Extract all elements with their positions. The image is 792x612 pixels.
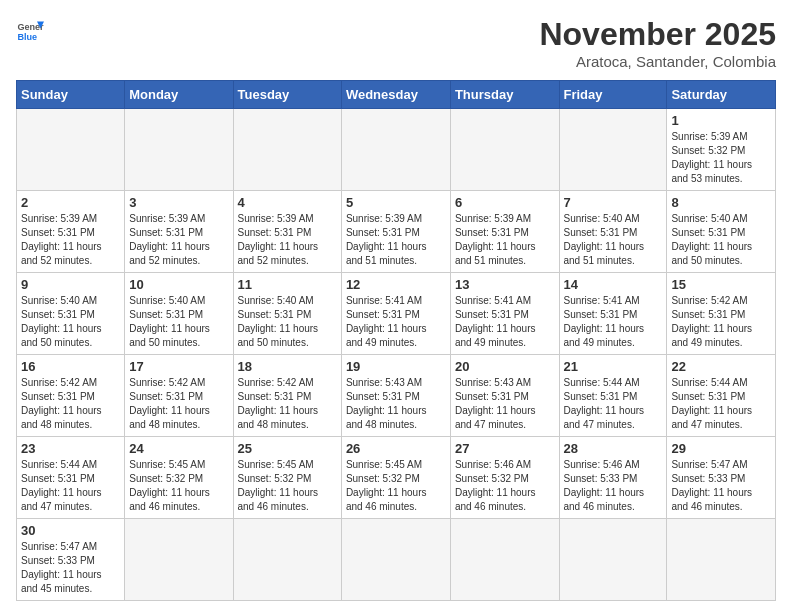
- day-info: Sunrise: 5:43 AM Sunset: 5:31 PM Dayligh…: [455, 376, 555, 432]
- day-info: Sunrise: 5:41 AM Sunset: 5:31 PM Dayligh…: [455, 294, 555, 350]
- calendar-cell: [559, 109, 667, 191]
- week-row-5: 23Sunrise: 5:44 AM Sunset: 5:31 PM Dayli…: [17, 437, 776, 519]
- day-number: 16: [21, 359, 120, 374]
- calendar-cell: 7Sunrise: 5:40 AM Sunset: 5:31 PM Daylig…: [559, 191, 667, 273]
- day-info: Sunrise: 5:40 AM Sunset: 5:31 PM Dayligh…: [671, 212, 771, 268]
- day-info: Sunrise: 5:42 AM Sunset: 5:31 PM Dayligh…: [129, 376, 228, 432]
- week-row-3: 9Sunrise: 5:40 AM Sunset: 5:31 PM Daylig…: [17, 273, 776, 355]
- day-header-tuesday: Tuesday: [233, 81, 341, 109]
- calendar-cell: 9Sunrise: 5:40 AM Sunset: 5:31 PM Daylig…: [17, 273, 125, 355]
- day-number: 8: [671, 195, 771, 210]
- day-info: Sunrise: 5:40 AM Sunset: 5:31 PM Dayligh…: [564, 212, 663, 268]
- calendar-cell: 19Sunrise: 5:43 AM Sunset: 5:31 PM Dayli…: [341, 355, 450, 437]
- calendar-cell: 24Sunrise: 5:45 AM Sunset: 5:32 PM Dayli…: [125, 437, 233, 519]
- calendar-cell: [125, 109, 233, 191]
- day-info: Sunrise: 5:41 AM Sunset: 5:31 PM Dayligh…: [564, 294, 663, 350]
- day-number: 25: [238, 441, 337, 456]
- day-info: Sunrise: 5:45 AM Sunset: 5:32 PM Dayligh…: [346, 458, 446, 514]
- calendar-cell: [450, 109, 559, 191]
- day-number: 21: [564, 359, 663, 374]
- logo: General Blue: [16, 16, 44, 44]
- day-number: 27: [455, 441, 555, 456]
- day-number: 5: [346, 195, 446, 210]
- calendar-cell: 14Sunrise: 5:41 AM Sunset: 5:31 PM Dayli…: [559, 273, 667, 355]
- day-info: Sunrise: 5:40 AM Sunset: 5:31 PM Dayligh…: [21, 294, 120, 350]
- calendar-cell: [233, 519, 341, 601]
- day-number: 9: [21, 277, 120, 292]
- day-info: Sunrise: 5:44 AM Sunset: 5:31 PM Dayligh…: [21, 458, 120, 514]
- day-info: Sunrise: 5:44 AM Sunset: 5:31 PM Dayligh…: [564, 376, 663, 432]
- day-number: 29: [671, 441, 771, 456]
- calendar-cell: 23Sunrise: 5:44 AM Sunset: 5:31 PM Dayli…: [17, 437, 125, 519]
- day-number: 20: [455, 359, 555, 374]
- calendar-cell: 15Sunrise: 5:42 AM Sunset: 5:31 PM Dayli…: [667, 273, 776, 355]
- day-number: 2: [21, 195, 120, 210]
- svg-text:Blue: Blue: [17, 32, 37, 42]
- calendar-cell: 2Sunrise: 5:39 AM Sunset: 5:31 PM Daylig…: [17, 191, 125, 273]
- calendar-cell: 8Sunrise: 5:40 AM Sunset: 5:31 PM Daylig…: [667, 191, 776, 273]
- calendar-cell: 18Sunrise: 5:42 AM Sunset: 5:31 PM Dayli…: [233, 355, 341, 437]
- day-number: 26: [346, 441, 446, 456]
- header-row: SundayMondayTuesdayWednesdayThursdayFrid…: [17, 81, 776, 109]
- calendar-cell: [17, 109, 125, 191]
- day-info: Sunrise: 5:40 AM Sunset: 5:31 PM Dayligh…: [238, 294, 337, 350]
- day-info: Sunrise: 5:40 AM Sunset: 5:31 PM Dayligh…: [129, 294, 228, 350]
- day-info: Sunrise: 5:43 AM Sunset: 5:31 PM Dayligh…: [346, 376, 446, 432]
- day-number: 30: [21, 523, 120, 538]
- calendar-cell: 17Sunrise: 5:42 AM Sunset: 5:31 PM Dayli…: [125, 355, 233, 437]
- day-number: 22: [671, 359, 771, 374]
- day-info: Sunrise: 5:41 AM Sunset: 5:31 PM Dayligh…: [346, 294, 446, 350]
- day-header-saturday: Saturday: [667, 81, 776, 109]
- day-info: Sunrise: 5:42 AM Sunset: 5:31 PM Dayligh…: [21, 376, 120, 432]
- calendar-cell: 10Sunrise: 5:40 AM Sunset: 5:31 PM Dayli…: [125, 273, 233, 355]
- calendar-cell: 11Sunrise: 5:40 AM Sunset: 5:31 PM Dayli…: [233, 273, 341, 355]
- day-info: Sunrise: 5:46 AM Sunset: 5:32 PM Dayligh…: [455, 458, 555, 514]
- day-info: Sunrise: 5:39 AM Sunset: 5:31 PM Dayligh…: [238, 212, 337, 268]
- day-header-friday: Friday: [559, 81, 667, 109]
- calendar-cell: [450, 519, 559, 601]
- day-number: 12: [346, 277, 446, 292]
- calendar-cell: 12Sunrise: 5:41 AM Sunset: 5:31 PM Dayli…: [341, 273, 450, 355]
- day-number: 1: [671, 113, 771, 128]
- calendar-cell: [341, 519, 450, 601]
- week-row-2: 2Sunrise: 5:39 AM Sunset: 5:31 PM Daylig…: [17, 191, 776, 273]
- day-info: Sunrise: 5:45 AM Sunset: 5:32 PM Dayligh…: [129, 458, 228, 514]
- day-number: 11: [238, 277, 337, 292]
- calendar-cell: 3Sunrise: 5:39 AM Sunset: 5:31 PM Daylig…: [125, 191, 233, 273]
- day-number: 14: [564, 277, 663, 292]
- day-number: 19: [346, 359, 446, 374]
- calendar-cell: 29Sunrise: 5:47 AM Sunset: 5:33 PM Dayli…: [667, 437, 776, 519]
- calendar-subtitle: Aratoca, Santander, Colombia: [539, 53, 776, 70]
- day-info: Sunrise: 5:39 AM Sunset: 5:31 PM Dayligh…: [129, 212, 228, 268]
- calendar-table: SundayMondayTuesdayWednesdayThursdayFrid…: [16, 80, 776, 601]
- day-info: Sunrise: 5:39 AM Sunset: 5:31 PM Dayligh…: [346, 212, 446, 268]
- day-number: 24: [129, 441, 228, 456]
- day-info: Sunrise: 5:39 AM Sunset: 5:31 PM Dayligh…: [455, 212, 555, 268]
- day-header-sunday: Sunday: [17, 81, 125, 109]
- day-number: 3: [129, 195, 228, 210]
- logo-icon: General Blue: [16, 16, 44, 44]
- day-header-wednesday: Wednesday: [341, 81, 450, 109]
- day-number: 17: [129, 359, 228, 374]
- calendar-cell: 13Sunrise: 5:41 AM Sunset: 5:31 PM Dayli…: [450, 273, 559, 355]
- week-row-6: 30Sunrise: 5:47 AM Sunset: 5:33 PM Dayli…: [17, 519, 776, 601]
- header: General Blue November 2025 Aratoca, Sant…: [16, 16, 776, 70]
- calendar-cell: [559, 519, 667, 601]
- calendar-cell: 5Sunrise: 5:39 AM Sunset: 5:31 PM Daylig…: [341, 191, 450, 273]
- calendar-cell: 21Sunrise: 5:44 AM Sunset: 5:31 PM Dayli…: [559, 355, 667, 437]
- calendar-cell: 4Sunrise: 5:39 AM Sunset: 5:31 PM Daylig…: [233, 191, 341, 273]
- calendar-cell: 20Sunrise: 5:43 AM Sunset: 5:31 PM Dayli…: [450, 355, 559, 437]
- calendar-title: November 2025: [539, 16, 776, 53]
- calendar-cell: 1Sunrise: 5:39 AM Sunset: 5:32 PM Daylig…: [667, 109, 776, 191]
- day-number: 15: [671, 277, 771, 292]
- calendar-cell: 27Sunrise: 5:46 AM Sunset: 5:32 PM Dayli…: [450, 437, 559, 519]
- day-number: 13: [455, 277, 555, 292]
- calendar-cell: 25Sunrise: 5:45 AM Sunset: 5:32 PM Dayli…: [233, 437, 341, 519]
- calendar-cell: 6Sunrise: 5:39 AM Sunset: 5:31 PM Daylig…: [450, 191, 559, 273]
- title-section: November 2025 Aratoca, Santander, Colomb…: [539, 16, 776, 70]
- week-row-4: 16Sunrise: 5:42 AM Sunset: 5:31 PM Dayli…: [17, 355, 776, 437]
- day-number: 23: [21, 441, 120, 456]
- day-info: Sunrise: 5:47 AM Sunset: 5:33 PM Dayligh…: [671, 458, 771, 514]
- calendar-cell: [125, 519, 233, 601]
- calendar-cell: [667, 519, 776, 601]
